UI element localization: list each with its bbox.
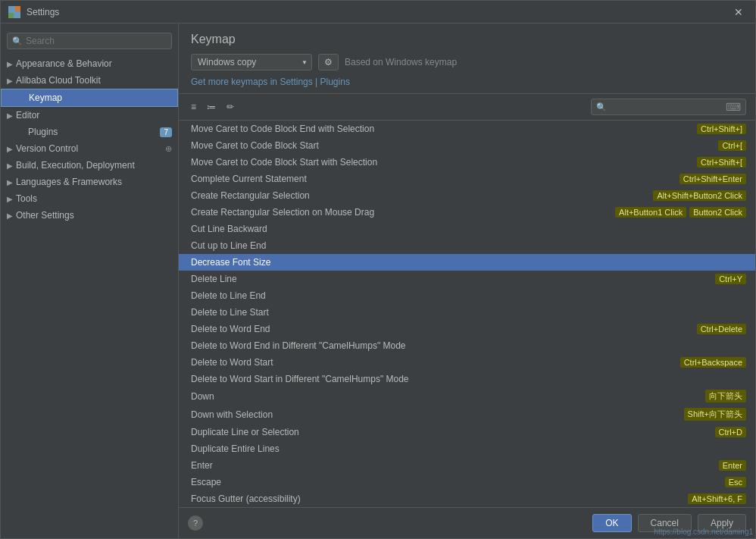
sidebar-item-languages[interactable]: ▶ Languages & Frameworks	[1, 174, 178, 190]
sidebar-item-label: Keymap	[17, 92, 62, 103]
keymap-row-name: Move Caret to Code Block Start with Sele…	[191, 157, 697, 168]
keymap-row[interactable]: EnterEnter	[179, 457, 755, 474]
sidebar-item-other-settings[interactable]: ▶ Other Settings	[1, 207, 178, 224]
plugins-badge: 7	[160, 127, 172, 137]
keymap-row-name: Delete to Word Start	[191, 357, 680, 368]
sidebar-item-label: Alibaba Cloud Toolkit	[16, 75, 101, 86]
keymap-list: Move Caret to Code Block End with Select…	[179, 121, 755, 507]
keymap-shortcuts: Shift+向下箭头	[684, 408, 746, 421]
keymap-row[interactable]: EscapeEsc	[179, 474, 755, 490]
help-button[interactable]: ?	[188, 515, 203, 531]
expand-arrow-icon: ▶	[7, 60, 13, 68]
sidebar-item-version-control[interactable]: ▶ Version Control ⊕	[1, 140, 178, 157]
title-bar: Settings ✕	[1, 1, 755, 24]
expand-arrow-icon: ▶	[7, 161, 13, 170]
find-shortcut-icon[interactable]: ⌨	[726, 101, 741, 113]
keymap-shortcuts: Alt+Shift+Button2 Click	[653, 190, 746, 201]
keymap-row[interactable]: Delete LineCtrl+Y	[179, 271, 755, 287]
keymap-row[interactable]: Create Rectangular Selection on Mouse Dr…	[179, 204, 755, 221]
sidebar-item-editor[interactable]: ▶ Editor	[1, 107, 178, 124]
settings-window: Settings ✕ 🔍 ▶ Appearance & Behavior ▶ A…	[0, 0, 756, 539]
keymap-row[interactable]: Down向下箭头	[179, 387, 755, 406]
sidebar-item-label: Appearance & Behavior	[16, 58, 112, 69]
expand-all-button[interactable]: ≡	[188, 100, 199, 114]
close-button[interactable]: ✕	[729, 5, 748, 20]
keymap-shortcuts: Esc	[725, 477, 746, 487]
keymap-row-name: Complete Current Statement	[191, 174, 679, 184]
keymap-row-name: Delete to Word Start in Different "Camel…	[191, 374, 746, 384]
keymap-shortcuts: Ctrl+Shift+]	[697, 124, 746, 134]
sidebar-item-plugins[interactable]: Plugins 7	[1, 124, 178, 140]
keymap-row[interactable]: Cut up to Line End	[179, 237, 755, 254]
keymap-row[interactable]: Complete Current StatementCtrl+Shift+Ent…	[179, 171, 755, 187]
search-icon: 🔍	[12, 36, 23, 46]
shortcut-badge: Shift+向下箭头	[684, 408, 746, 421]
keymap-row[interactable]: Move Caret to Code Block Start with Sele…	[179, 154, 755, 171]
keymap-row[interactable]: Move Caret to Code Block StartCtrl+[	[179, 137, 755, 154]
collapse-all-button[interactable]: ≔	[204, 100, 219, 114]
get-more-keymaps-link[interactable]: Get more keymaps in Settings | Plugins	[191, 77, 350, 87]
shortcut-badge: Ctrl+Shift+]	[697, 124, 746, 134]
shortcut-badge: Enter	[719, 460, 746, 471]
ok-button[interactable]: OK	[592, 514, 631, 532]
sidebar-item-build[interactable]: ▶ Build, Execution, Deployment	[1, 157, 178, 174]
keymap-row[interactable]: Duplicate Line or SelectionCtrl+D	[179, 424, 755, 440]
keymap-search-input[interactable]	[609, 102, 723, 112]
keymap-settings-button[interactable]: ⚙	[318, 54, 339, 71]
watermark: https://blog.csdn.net/daming1	[654, 528, 753, 536]
shortcut-badge: Ctrl+[	[718, 140, 746, 151]
keymap-row-name: Move Caret to Code Block End with Select…	[191, 124, 697, 134]
expand-arrow-icon: ▶	[7, 111, 13, 120]
keymap-row[interactable]: Delete to Line Start	[179, 304, 755, 321]
keymap-shortcuts: Ctrl+Delete	[697, 324, 746, 334]
keymap-row[interactable]: Delete to Line End	[179, 287, 755, 304]
shortcut-badge: Button2 Click	[689, 207, 746, 218]
window-title: Settings	[27, 7, 729, 17]
keymap-row[interactable]: Create Rectangular SelectionAlt+Shift+Bu…	[179, 187, 755, 204]
sidebar-item-label: Editor	[16, 110, 39, 121]
keymap-row-name: Down	[191, 391, 705, 402]
keymap-row[interactable]: Delete to Word Start in Different "Camel…	[179, 371, 755, 387]
keymap-row[interactable]: Delete to Word EndCtrl+Delete	[179, 321, 755, 337]
keymap-search[interactable]: 🔍 ⌨	[591, 99, 746, 115]
expand-arrow-icon: ▶	[7, 195, 13, 203]
edit-button[interactable]: ✏	[223, 100, 237, 114]
keymap-shortcuts: Ctrl+Backspace	[680, 357, 746, 368]
keymap-row[interactable]: Decrease Font Size	[179, 254, 755, 271]
keymap-row-name: Cut up to Line End	[191, 240, 746, 251]
keymap-shortcuts: Ctrl+Shift+[	[697, 157, 746, 168]
shortcut-badge: Esc	[725, 477, 746, 487]
keymap-row-name: Duplicate Entire Lines	[191, 443, 746, 454]
svg-rect-0	[8, 6, 14, 11]
sidebar-item-keymap[interactable]: Keymap	[1, 89, 178, 107]
keymap-select[interactable]: Windows copy Default Mac OS X Eclipse	[191, 54, 312, 71]
keymap-row[interactable]: Delete to Word End in Different "CamelHu…	[179, 337, 755, 354]
shortcut-badge: Alt+Shift+Button2 Click	[653, 190, 746, 201]
sidebar-search[interactable]: 🔍	[7, 33, 172, 49]
sidebar-item-label: Other Settings	[16, 210, 74, 221]
keymap-row-name: Decrease Font Size	[191, 257, 746, 268]
expand-arrow-icon: ▶	[7, 212, 13, 220]
keymap-row[interactable]: Cut Line Backward	[179, 221, 755, 237]
shortcut-badge: Alt+Shift+6, F	[688, 494, 746, 504]
shortcut-badge: Alt+Button1 Click	[615, 207, 686, 218]
shortcut-badge: 向下箭头	[705, 390, 746, 403]
keymap-row-name: Delete to Word End	[191, 324, 697, 334]
keymap-shortcuts: 向下箭头	[705, 390, 746, 403]
keymap-row-name: Cut Line Backward	[191, 224, 746, 234]
sidebar-search-input[interactable]	[26, 36, 167, 46]
keymap-row-name: Enter	[191, 460, 719, 471]
keymap-shortcuts: Ctrl+[	[718, 140, 746, 151]
keymap-row[interactable]: Move Caret to Code Block End with Select…	[179, 121, 755, 137]
footer-left: ?	[188, 515, 203, 531]
keymap-row-name: Create Rectangular Selection on Mouse Dr…	[191, 207, 615, 218]
keymap-row[interactable]: Delete to Word StartCtrl+Backspace	[179, 354, 755, 371]
keymap-row[interactable]: Down with SelectionShift+向下箭头	[179, 406, 755, 424]
keymap-row[interactable]: Focus Gutter (accessibility)Alt+Shift+6,…	[179, 490, 755, 507]
sidebar-item-appearance-behavior[interactable]: ▶ Appearance & Behavior	[1, 55, 178, 72]
keymap-row[interactable]: Duplicate Entire Lines	[179, 440, 755, 457]
sidebar-item-tools[interactable]: ▶ Tools	[1, 190, 178, 207]
shortcut-badge: Ctrl+Backspace	[680, 357, 746, 368]
sidebar-item-alibaba[interactable]: ▶ Alibaba Cloud Toolkit	[1, 72, 178, 89]
keymap-row-name: Duplicate Line or Selection	[191, 427, 715, 437]
